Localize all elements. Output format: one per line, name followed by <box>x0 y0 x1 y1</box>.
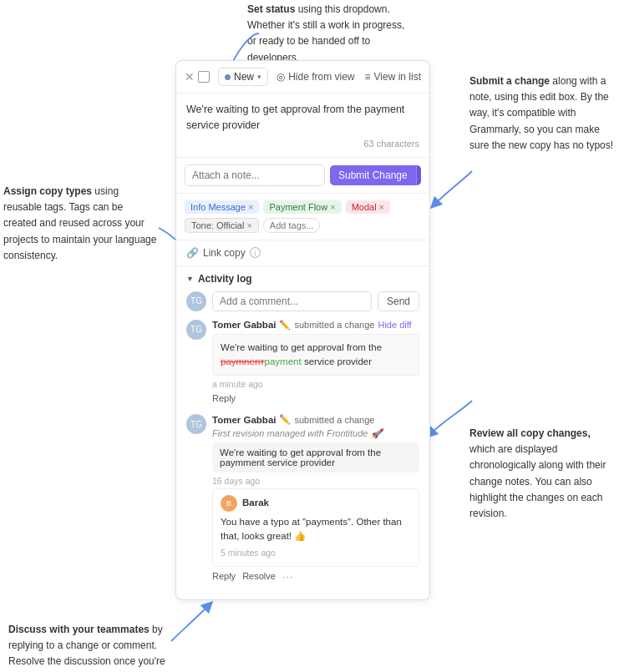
tag-info-message[interactable]: Info Message × <box>185 200 259 214</box>
ann-discuss-bold: Discuss with your teammates <box>8 624 150 635</box>
tag-remove-icon[interactable]: × <box>246 220 251 230</box>
annotation-assign-copy: Assign copy types using reusable tags. T… <box>3 184 158 264</box>
eye-icon: ◎ <box>277 71 285 83</box>
resolve-link[interactable]: Resolve <box>242 571 276 581</box>
submit-row: Submit Change ▾ <box>176 158 429 194</box>
annotation-review-changes: Review all copy changes, which are displ… <box>469 426 616 522</box>
header-icons: ✕ <box>185 70 210 83</box>
entry-content-1: Tomer Gabbai ✏️ submitted a change Hide … <box>212 320 419 405</box>
activity-section: ▼ Activity log TG Send TG Tomer Gabbai ✏… <box>176 266 429 589</box>
submit-change-arrow-button[interactable]: ▾ <box>416 165 421 185</box>
tag-remove-icon[interactable]: × <box>379 202 384 212</box>
submit-btn-group: Submit Change ▾ <box>330 165 421 185</box>
copy-text: We're waiting to get approval from the p… <box>186 102 419 134</box>
status-dropdown[interactable]: New ▾ <box>218 68 268 86</box>
diff-deleted-text: paymnenт <box>221 356 265 366</box>
hide-diff-link[interactable]: Hide diff <box>378 320 411 330</box>
annotation-discuss: Discuss with your teammates by replying … <box>8 622 175 672</box>
view-in-list-label: View in list <box>374 71 421 83</box>
action-row: Reply Resolve ··· <box>212 570 419 589</box>
chevron-down-icon: ▾ <box>257 73 261 81</box>
timestamp-1: a minute ago <box>212 379 419 389</box>
collapse-icon: ▼ <box>186 275 194 283</box>
send-button[interactable]: Send <box>378 291 419 311</box>
entry-meta-1: Tomer Gabbai ✏️ submitted a change Hide … <box>212 320 419 331</box>
activity-entry-2: TG Tomer Gabbai ✏️ submitted a change Fi… <box>186 414 419 589</box>
diff-box-1: We're waiting to get approval from the p… <box>212 334 419 376</box>
info-icon[interactable]: i <box>250 247 261 258</box>
tag-label: Info Message <box>190 202 246 212</box>
inner-text-box: We're waiting to get approval from the p… <box>212 442 419 472</box>
close-icon[interactable]: ✕ <box>185 70 195 83</box>
arrow-submit <box>426 163 476 209</box>
view-in-list-btn[interactable]: ≡ View in list <box>365 71 421 83</box>
author-avatar-2: TG <box>186 414 206 434</box>
tag-modal[interactable]: Modal × <box>346 200 390 214</box>
more-options-button[interactable]: ··· <box>282 570 294 583</box>
activity-entry-1: TG Tomer Gabbai ✏️ submitted a change Hi… <box>186 320 419 405</box>
link-copy-label: Link copy <box>203 247 246 259</box>
header-actions: ◎ Hide from view ≡ View in list <box>277 71 421 83</box>
action-text-2: submitted a change <box>294 415 374 425</box>
activity-log-header[interactable]: ▼ Activity log <box>186 273 419 285</box>
diff-inserted-text: payment <box>265 356 302 366</box>
note-input[interactable] <box>185 164 325 186</box>
entry-author-2: Tomer Gabbai <box>212 415 276 425</box>
tags-area: Info Message × Payment Flow × Modal × To… <box>176 194 429 240</box>
pencil-icon-1: ✏️ <box>279 320 291 331</box>
link-icon: 🔗 <box>186 247 199 259</box>
entry-content-2: Tomer Gabbai ✏️ submitted a change First… <box>212 414 419 589</box>
nested-comment-header: B Barak <box>221 495 411 512</box>
annotation-submit-change: Submit a change along with a note, using… <box>469 73 616 154</box>
ann-submit-bold: Submit a change <box>469 75 550 87</box>
tag-tone-official[interactable]: Tone: Official × <box>185 218 259 233</box>
current-user-avatar: TG <box>186 291 206 311</box>
status-label: New <box>234 71 254 83</box>
copy-text-area: We're waiting to get approval from the p… <box>176 93 429 158</box>
ann-review-text: which are displayed chronologically alon… <box>469 443 606 519</box>
commenter-avatar: B <box>221 495 237 512</box>
activity-log-label: Activity log <box>198 273 252 285</box>
commenter-name: Barak <box>242 498 269 508</box>
entry-author-1: Tomer Gabbai <box>212 320 276 330</box>
comment-input[interactable] <box>212 291 372 311</box>
status-dot <box>225 74 231 80</box>
tag-remove-icon[interactable]: × <box>248 202 253 212</box>
diff-pre-text: We're waiting to get approval from the <box>221 342 382 352</box>
submit-change-button[interactable]: Submit Change <box>330 165 416 185</box>
nested-comment: B Barak You have a typo at "payments". O… <box>212 488 419 567</box>
pencil-icon-2: ✏️ <box>279 414 291 425</box>
expand-icon[interactable] <box>198 71 210 83</box>
entry-meta-2: Tomer Gabbai ✏️ submitted a change <box>212 414 419 425</box>
hide-from-view-label: Hide from view <box>288 71 354 83</box>
add-tags-button[interactable]: Add tags... <box>263 218 321 233</box>
reply-link-2[interactable]: Reply <box>212 571 236 581</box>
main-card: ✕ New ▾ ◎ Hide from view ≡ View in list … <box>175 60 430 600</box>
comment-text: You have a typo at "payments". Other tha… <box>221 515 411 544</box>
tag-payment-flow[interactable]: Payment Flow × <box>263 200 341 214</box>
hide-from-view-btn[interactable]: ◎ Hide from view <box>277 71 354 83</box>
link-copy-row: 🔗 Link copy i <box>176 240 429 266</box>
tag-label: Modal <box>352 202 377 212</box>
author-avatar-1: TG <box>186 320 206 340</box>
card-header: ✕ New ▾ ◎ Hide from view ≡ View in list <box>176 61 429 93</box>
reply-link-1[interactable]: Reply <box>212 393 236 403</box>
action-text-1: submitted a change <box>294 320 374 330</box>
tag-remove-icon[interactable]: × <box>330 202 335 212</box>
tag-label: Tone: Official <box>191 220 244 230</box>
comment-timestamp: 5 minutes ago <box>221 548 411 558</box>
ann-assign-bold: Assign copy types <box>3 185 92 197</box>
ann-set-status-bold: Set status <box>247 3 295 15</box>
char-count: 63 characters <box>186 139 419 149</box>
comment-input-row: TG Send <box>186 291 419 311</box>
timestamp-2: 16 days ago <box>212 476 419 486</box>
list-icon: ≡ <box>365 71 371 83</box>
annotation-set-status: Set status using this dropdown. Whether … <box>247 2 414 66</box>
diff-post-text: service provider <box>302 356 372 366</box>
tag-label: Payment Flow <box>269 202 327 212</box>
change-note: First revision managed with Frontitude 🚀 <box>212 428 419 439</box>
ann-review-bold: Review all copy changes, <box>469 427 591 439</box>
